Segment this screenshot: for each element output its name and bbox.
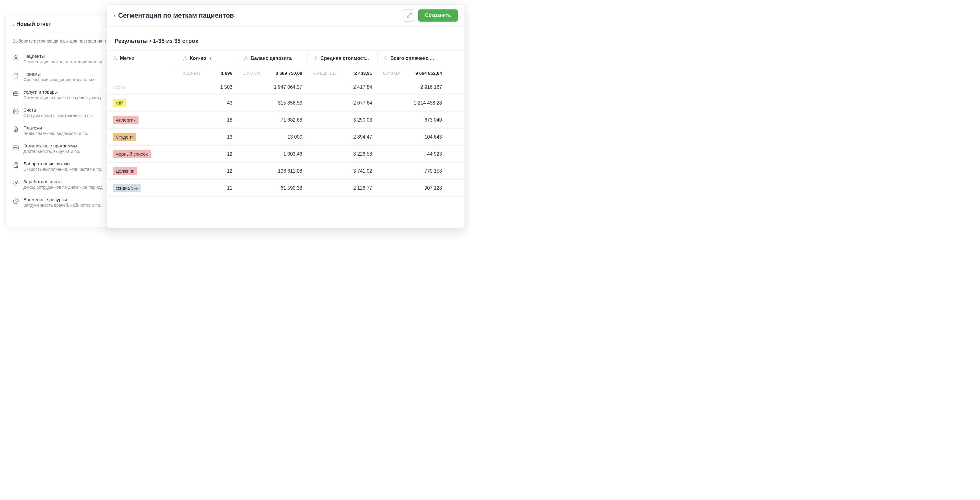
cell-balance: 1 003,46	[238, 147, 308, 161]
column-header-balance[interactable]: Баланс депозита	[238, 51, 308, 66]
new-report-header[interactable]: ‹ Новый отчет	[6, 15, 118, 33]
source-desc: Длительность, выручка и пр.	[23, 149, 80, 154]
column-label: Баланс депозита	[251, 56, 292, 61]
summary-value: 9 664 852,84	[415, 70, 442, 76]
data-source-prompt: Выберите источник данных для построения …	[6, 33, 118, 48]
new-report-panel: ‹ Новый отчет Выберите источник данных д…	[5, 14, 118, 227]
report-panel: ‹ Сегментация по меткам пациентов Сохран…	[107, 4, 465, 228]
svg-point-11	[184, 57, 186, 58]
data-source-item[interactable]: Лабораторные заказыСкорость выполнения, …	[6, 158, 118, 175]
column-label: Метки	[120, 56, 135, 61]
data-source-item[interactable]: ПриемыФинансовый и медицинский анализ	[6, 68, 118, 86]
cell-tag: Аллергик	[107, 111, 177, 128]
table-row[interactable]: Должник12106 611,083 741,02770 158	[107, 162, 465, 180]
cell-avg: 2 417,84	[308, 80, 378, 94]
report-header: ‹ Сегментация по меткам пациентов Сохран…	[107, 5, 465, 27]
source-title: Приемы	[23, 72, 94, 76]
column-label: Средняя стоимост...	[320, 56, 369, 61]
cell-paid: 673 040	[378, 113, 447, 127]
column-header-avg-cost[interactable]: Средняя стоимост...	[308, 51, 378, 66]
cell-balance: 315 856,53	[238, 96, 308, 110]
data-source-item[interactable]: Заработная платаДоход сотрудников по дня…	[6, 175, 118, 193]
svg-point-10	[114, 57, 116, 58]
source-icon	[13, 126, 19, 133]
column-label: Всего оплачено ...	[390, 56, 434, 61]
source-icon	[13, 162, 19, 169]
column-header-total-paid[interactable]: Всего оплачено ...	[378, 51, 447, 66]
summary-value: 3 689 750,08	[275, 70, 302, 76]
cell-avg: 2 894,47	[308, 130, 378, 144]
person-icon	[383, 56, 388, 61]
table-summary-row: КОЛ-ВО 1 696 СУММА 3 689 750,08 СРЕДНЕЕ …	[107, 66, 465, 80]
empty-tag-label: пусто	[113, 84, 125, 90]
svg-point-8	[15, 182, 17, 184]
data-source-item[interactable]: ПлатежиВиды платежей, ведомости и пр.	[6, 122, 118, 140]
cell-tag: VIP	[107, 94, 177, 111]
cell-paid: 44 923	[378, 147, 447, 161]
summary-label: КОЛ-ВО	[183, 70, 200, 76]
expand-button[interactable]	[403, 10, 415, 22]
person-icon	[113, 56, 118, 61]
svg-rect-6	[14, 163, 18, 168]
table-row[interactable]: Черный список121 003,463 226,5844 923	[107, 146, 465, 162]
table-row[interactable]: VIP43315 856,532 677,641 214 458,28	[107, 94, 465, 111]
new-report-title: Новый отчет	[16, 21, 51, 27]
cell-avg: 3 741,02	[308, 164, 378, 178]
cell-count: 18	[177, 113, 238, 127]
person-icon	[243, 56, 248, 61]
source-desc: Сегментация, доход по категориям и пр.	[23, 59, 103, 64]
chevron-left-icon: ‹	[13, 22, 14, 27]
table-header-row: Метки Кол-во ▼ Баланс депозита Средняя с…	[107, 51, 465, 66]
summary-count: КОЛ-ВО 1 696	[177, 66, 238, 80]
source-desc: Скорость выполнения, количество и пр.	[23, 167, 102, 172]
data-source-item[interactable]: Услуги и товарыСегментация и оценка по п…	[6, 86, 118, 104]
cell-tag: Черный список	[107, 146, 177, 162]
cell-tag: Студент	[107, 129, 177, 145]
source-title: Пациенты	[23, 54, 103, 59]
tag-badge: скидка 5%	[113, 184, 141, 192]
column-header-tags[interactable]: Метки	[107, 51, 177, 66]
cell-paid: 2 916 167	[378, 80, 447, 94]
cell-balance: 71 682,68	[238, 113, 308, 127]
summary-balance: СУММА 3 689 750,08	[238, 66, 308, 80]
column-label: Кол-во	[190, 56, 206, 61]
data-source-item[interactable]: СчетаСтатусы оплаты, контрагенты и пр.	[6, 104, 118, 122]
cell-balance: 61 590,38	[238, 181, 308, 195]
source-icon	[13, 54, 19, 61]
source-title: Платежи	[23, 125, 88, 131]
source-icon	[13, 198, 19, 205]
cell-balance: 13 000	[238, 130, 308, 144]
table-row[interactable]: скидка 5%1161 590,382 128,77907 128	[107, 180, 465, 197]
cell-tag: Должник	[107, 162, 177, 179]
source-desc: Статусы оплаты, контрагенты и пр.	[23, 113, 93, 118]
cell-paid: 770 158	[378, 164, 447, 178]
svg-point-0	[14, 56, 17, 58]
save-button[interactable]: Сохранить	[418, 10, 458, 22]
data-source-item[interactable]: Временные ресурсыЗагруженность врачей, к…	[6, 193, 118, 211]
cell-count: 1 503	[177, 80, 238, 94]
column-header-count[interactable]: Кол-во ▼	[177, 51, 238, 66]
source-desc: Доход сотрудников по дням и за период	[23, 185, 103, 189]
cell-paid: 907 128	[378, 181, 447, 195]
svg-rect-1	[14, 73, 18, 78]
data-source-item[interactable]: ПациентыСегментация, доход по категориям…	[6, 50, 118, 68]
data-source-item[interactable]: Комплексные программыДлительность, выруч…	[6, 140, 118, 158]
chevron-left-icon[interactable]: ‹	[114, 13, 116, 19]
tag-badge: Студент	[113, 133, 136, 141]
source-desc: Виды платежей, ведомости и пр.	[23, 131, 88, 136]
table-row[interactable]: Аллергик1871 682,683 290,03673 040	[107, 111, 465, 129]
results-table: Метки Кол-во ▼ Баланс депозита Средняя с…	[107, 51, 465, 228]
source-icon	[13, 144, 19, 151]
table-row[interactable]: пусто1 5031 947 064,372 417,842 916 167	[107, 80, 465, 94]
svg-point-14	[385, 57, 386, 58]
source-title: Временные ресурсы	[23, 197, 101, 202]
cell-avg: 2 677,64	[308, 96, 378, 110]
summary-avg: СРЕДНЕЕ 2 433,91	[308, 66, 378, 80]
source-title: Комплексные программы	[23, 143, 80, 148]
tag-badge: VIP	[113, 99, 126, 107]
cell-count: 11	[177, 181, 238, 195]
cell-count: 12	[177, 164, 238, 178]
source-title: Счета	[23, 107, 93, 113]
cell-count: 43	[177, 96, 238, 110]
table-row[interactable]: Студент1313 0002 894,47104 643	[107, 129, 465, 146]
